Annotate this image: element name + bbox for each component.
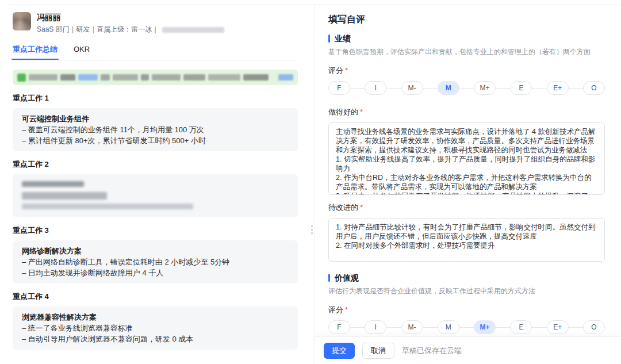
tab-bar: 重点工作总结 OKR [13, 44, 298, 60]
submit-button[interactable]: 提交 [324, 343, 355, 359]
work-item-list: 重点工作 1可云端控制业务组件– 覆盖可云端控制的业务组件 11个，月均用量 1… [13, 93, 298, 350]
rating-connector [496, 327, 510, 328]
rating-connector [569, 88, 583, 89]
rating-option-i[interactable]: I [365, 320, 386, 334]
employee-meta: SaaS 部门｜研发｜直属上级：雷一冰｜ [37, 25, 224, 35]
rating-option-m-[interactable]: M- [401, 81, 423, 95]
rating-connector [350, 88, 365, 89]
redacted-text-block [22, 181, 84, 187]
required-asterisk: * [345, 66, 348, 75]
rating-connector [532, 88, 546, 89]
page-title: 填写自评 [328, 13, 605, 26]
banner-link-block[interactable] [278, 74, 293, 81]
work-item-card [13, 174, 298, 217]
rating-connector [386, 327, 401, 328]
redacted-text-block [22, 204, 193, 209]
rating-option-f[interactable]: F [328, 81, 350, 95]
required-asterisk: * [360, 108, 363, 116]
rating-connector [459, 88, 474, 89]
work-item-line: – 累计组件更新 80+次，累计节省研发工时约 500+ 小时 [22, 135, 289, 146]
rating-connector [350, 327, 365, 328]
work-item-card: 浏览器兼容性解决方案– 统一了各业务线浏览器兼容标准– 自动引导用户解决浏览器不… [13, 306, 298, 350]
performance-rating-label: 评分* [328, 66, 605, 75]
redacted-meta-block [162, 27, 224, 33]
improve-textarea[interactable]: 1. 对待产品细节比较计较，有时会为了打磨产品细节，影响交付时间。虽然交付到用户… [328, 218, 605, 262]
rating-option-m-[interactable]: M- [401, 320, 423, 334]
rating-option-e[interactable]: E [510, 320, 532, 334]
rating-option-m[interactable]: M [438, 320, 459, 334]
section-values-desc: 评估行为表现是否符合企业价值观，反映工作过程中采用的方式方法 [328, 287, 605, 295]
rating-option-o[interactable]: O [583, 320, 605, 334]
draft-saved-status: 草稿已保存在云端 [402, 346, 462, 356]
rating-option-e[interactable]: E [510, 81, 532, 95]
rating-connector [459, 327, 474, 328]
rating-connector [423, 88, 438, 89]
work-item-line: – 日均主动发现并诊断网络故障用户 4 千人 [22, 267, 289, 278]
work-item-title: 可云端控制业务组件 [22, 113, 289, 124]
values-rating-scale: FIM-MM+EE+O [328, 320, 605, 334]
work-item-label: 重点工作 4 [13, 292, 298, 302]
good-field-label: 做得好的* [328, 108, 605, 117]
rating-option-m+[interactable]: M+ [474, 81, 496, 95]
work-item-label: 重点工作 3 [13, 225, 298, 236]
cancel-button[interactable]: 取消 [362, 343, 394, 359]
section-performance-heading: 业绩 [328, 34, 605, 43]
values-rating-label: 评分* [328, 305, 605, 315]
employee-name: 冯丽丽 [37, 13, 224, 22]
banner-icon [17, 74, 26, 82]
required-asterisk: * [360, 203, 363, 212]
self-review-form: 填写自评 业绩 基于角色职责预期，评估实际产出和贡献，包括专业上的和管理上的（若… [315, 5, 621, 356]
tab-okr[interactable]: OKR [74, 44, 90, 60]
work-item-title: 网络诊断解决方案 [22, 246, 289, 256]
tab-key-work-summary[interactable]: 重点工作总结 [13, 44, 57, 60]
required-asterisk: * [345, 305, 348, 314]
work-item-card: 网络诊断解决方案– 产出网络自助诊断工具，错误定位耗时由 2 小时减少至 5分钟… [13, 240, 298, 283]
work-item-card: 可云端控制业务组件– 覆盖可云端控制的业务组件 11个，月均用量 100 万次–… [13, 108, 298, 151]
form-footer: 提交 取消 草稿已保存在云端 [315, 336, 621, 364]
section-performance-desc: 基于角色职责预期，评估实际产出和贡献，包括专业上的和管理上的（若有）两个方面 [328, 48, 605, 56]
work-item-line: – 覆盖可云端控制的业务组件 11个，月均用量 100 万次 [22, 124, 289, 135]
improve-field-label: 待改进的* [328, 203, 605, 212]
work-item-label: 重点工作 2 [13, 159, 298, 170]
work-item-title: 浏览器兼容性解决方案 [22, 312, 289, 323]
rating-connector [386, 88, 401, 89]
rating-option-m[interactable]: M [438, 81, 459, 95]
self-review-panel: 填写自评 业绩 基于角色职责预期，评估实际产出和贡献，包括专业上的和管理上的（若… [315, 5, 621, 364]
rating-option-e+[interactable]: E+ [547, 81, 569, 95]
good-textarea[interactable]: 主动寻找业务线各场景的业务需求与实际痛点，设计并落地了 4 款创新技术产品解决方… [328, 122, 605, 195]
performance-rating-scale: FIM-MM+EE+O [328, 81, 605, 95]
work-item-line: – 产出网络自助诊断工具，错误定位耗时由 2 小时减少至 5分钟 [22, 256, 289, 267]
rating-option-m+[interactable]: M+ [474, 320, 496, 334]
summary-notice-banner[interactable] [13, 70, 298, 85]
section-values-heading: 价值观 [328, 273, 605, 282]
rating-option-o[interactable]: O [583, 81, 605, 95]
work-item-line: – 统一了各业务线浏览器兼容标准 [22, 323, 289, 334]
work-item-label: 重点工作 1 [13, 93, 298, 104]
rating-connector [496, 88, 510, 89]
work-summary-panel: 冯丽丽 SaaS 部门｜研发｜直属上级：雷一冰｜ 重点工作总结 OKR 重点工作… [6, 5, 314, 364]
rating-connector [532, 327, 546, 328]
redacted-text-block [22, 192, 107, 200]
employee-profile: 冯丽丽 SaaS 部门｜研发｜直属上级：雷一冰｜ [13, 12, 298, 35]
rating-connector [569, 327, 583, 328]
rating-option-f[interactable]: F [328, 320, 350, 334]
work-item-line: – 自动引导用户解决浏览器不兼容问题，研发 0 成本 [22, 334, 289, 344]
avatar [13, 12, 31, 30]
rating-connector [423, 327, 438, 328]
rating-option-e+[interactable]: E+ [547, 320, 569, 334]
rating-option-i[interactable]: I [365, 81, 386, 95]
